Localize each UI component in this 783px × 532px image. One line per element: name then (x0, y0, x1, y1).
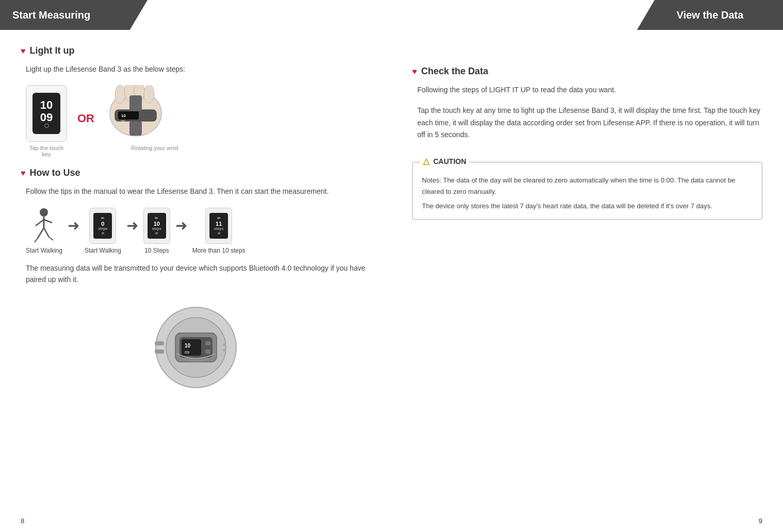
svg-line-16 (35, 238, 38, 242)
caution-text2: The device only stores the latest 7 day'… (422, 201, 753, 212)
check-data-heading: ♥ Check the Data (412, 66, 762, 77)
caution-header: △ CAUTION (420, 156, 469, 166)
page-number-right: 9 (759, 517, 762, 525)
arrow-3: ➜ (175, 217, 187, 244)
arrow-2: ➜ (126, 217, 138, 244)
step-10-steps: ✏ 10 steps ⇄ 10 Steps (143, 208, 170, 254)
svg-line-15 (38, 228, 44, 238)
bluetooth-body: The measuring data will be transmitted t… (26, 262, 371, 286)
svg-point-30 (223, 343, 226, 346)
page-header: Start Measuring View the Data (0, 0, 783, 30)
svg-line-18 (49, 237, 53, 240)
device-image-touch: 10 09 ◯ (26, 85, 67, 142)
step2-label: 10 Steps (144, 247, 169, 254)
page-number-left: 8 (21, 517, 24, 525)
left-panel: ♥ Light It up Light up the Lifesense Ban… (21, 40, 392, 399)
header-right: View the Data (637, 0, 783, 30)
view-data-title: View the Data (677, 9, 744, 21)
check-data-body1: Following the steps of LIGHT IT UP to re… (417, 84, 762, 96)
caution-box: △ CAUTION Notes: The data of the day wil… (412, 162, 762, 220)
step-11-steps: ✏ 11 steps ⇄ More than 10 steps (192, 208, 246, 254)
caption-rotate: Rotating your wrist (124, 145, 186, 157)
svg-point-1 (115, 85, 125, 104)
start-measuring-title: Start Measuring (12, 9, 90, 21)
heart-icon-3: ♥ (412, 67, 417, 76)
or-label: OR (77, 112, 94, 125)
light-it-up-heading: ♥ Light It up (21, 45, 371, 56)
svg-rect-29 (155, 350, 164, 354)
right-panel: ♥ Check the Data Following the steps of … (392, 40, 762, 399)
caution-text1: Notes: The data of the day will be clear… (422, 175, 753, 197)
svg-rect-27 (205, 350, 210, 354)
main-content: ♥ Light It up Light up the Lifesense Ban… (0, 30, 783, 409)
caption-row: Tap the touch key Rotating your wrist (26, 145, 371, 157)
svg-point-31 (223, 348, 226, 352)
caution-label: CAUTION (433, 157, 466, 165)
how-to-use-body: Follow the tips in the manual to wear th… (26, 186, 371, 197)
screen-0: ✏ 0 steps ⇄ (93, 213, 112, 239)
how-to-use-label: How to Use (30, 168, 80, 178)
svg-text:09: 09 (121, 120, 125, 123)
svg-rect-28 (155, 341, 164, 345)
svg-rect-26 (205, 341, 210, 345)
light-it-up-label: Light It up (30, 45, 75, 56)
steps-row: Start Walking ➜ ✏ 0 steps ⇄ Start Walkin… (26, 208, 371, 254)
svg-rect-9 (129, 95, 142, 111)
svg-text:10: 10 (121, 113, 126, 118)
svg-text:09: 09 (185, 350, 189, 355)
svg-text:10: 10 (185, 343, 191, 348)
check-data-label: Check the Data (421, 66, 488, 77)
walker-figure (28, 208, 59, 244)
caution-triangle-icon: △ (423, 156, 429, 166)
step-walker: Start Walking (26, 208, 62, 254)
bottom-band-image: 10 09 (21, 296, 371, 399)
step1-label: Start Walking (85, 247, 121, 254)
screen-10: ✏ 10 steps ⇄ (148, 213, 166, 239)
svg-point-4 (144, 85, 154, 103)
step3-label: More than 10 steps (192, 247, 246, 254)
svg-line-17 (44, 228, 49, 237)
caption-tap: Tap the touch key (26, 145, 67, 157)
step1-caption: Start Walking (26, 247, 62, 254)
svg-line-14 (44, 220, 52, 223)
step-0-steps: ✏ 0 steps ⇄ Start Walking (85, 208, 121, 254)
check-data-body2: Tap the touch key at any time to light u… (417, 105, 762, 141)
svg-line-13 (36, 220, 44, 226)
header-left: Start Measuring (0, 0, 148, 30)
light-images-row: 10 09 ◯ OR (26, 85, 371, 142)
heart-icon-2: ♥ (21, 169, 26, 178)
light-it-up-body: Light up the Lifesense Band 3 as the bel… (26, 63, 371, 75)
screen-11: ✏ 11 steps ⇄ (209, 213, 228, 239)
device-11: ✏ 11 steps ⇄ (205, 208, 232, 244)
device-0: ✏ 0 steps ⇄ (89, 208, 116, 244)
how-to-use-heading: ♥ How to Use (21, 168, 371, 178)
heart-icon-1: ♥ (21, 46, 26, 56)
svg-rect-10 (129, 121, 142, 136)
svg-point-11 (40, 208, 48, 217)
arrow-1: ➜ (68, 217, 79, 244)
device-screen: 10 09 ◯ (32, 93, 60, 134)
device-10: ✏ 10 steps ⇄ (143, 208, 170, 244)
wrist-image: 10 09 (105, 85, 167, 142)
